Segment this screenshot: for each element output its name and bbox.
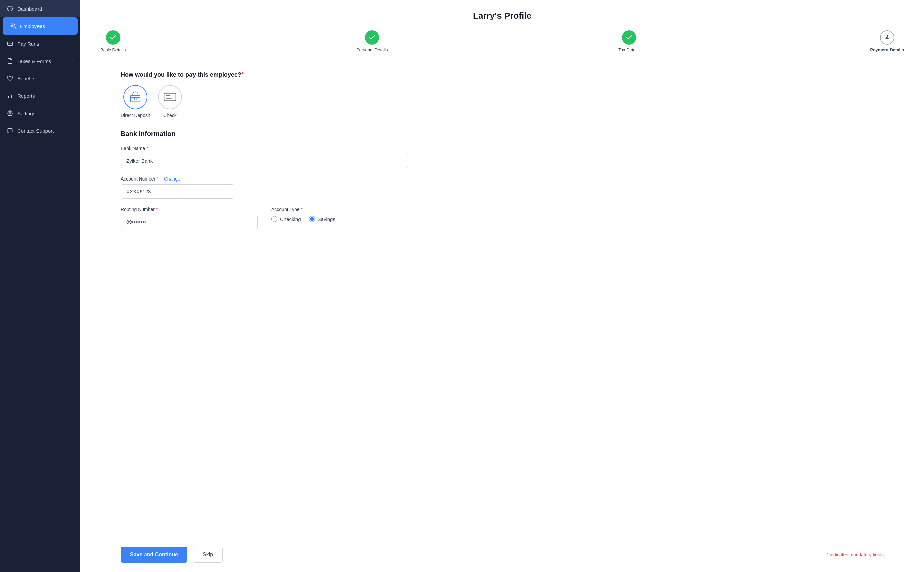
save-continue-button[interactable]: Save and Continue <box>121 547 188 563</box>
sidebar: Dashboard Employees Pay Runs Taxes & For… <box>0 0 81 572</box>
sidebar-item-reports[interactable]: Reports <box>0 87 81 104</box>
step-circle-tax <box>622 31 636 45</box>
svg-rect-2 <box>8 42 13 45</box>
payment-option-direct-deposit[interactable]: $ Direct Deposit <box>121 85 150 118</box>
sidebar-label-dashboard: Dashboard <box>17 6 42 12</box>
checking-label: Checking <box>280 216 301 222</box>
sidebar-item-settings[interactable]: Settings <box>0 104 81 122</box>
pay-runs-icon <box>7 40 13 47</box>
step-personal-details: Personal Details <box>356 31 388 52</box>
check-label: Check <box>163 112 177 118</box>
savings-option[interactable]: Savings <box>309 216 335 222</box>
step-circle-payment: 4 <box>880 31 894 45</box>
account-number-label-row: Account Number* Change <box>121 176 408 182</box>
savings-radio[interactable] <box>309 216 315 222</box>
benefits-icon <box>7 75 13 82</box>
account-number-label: Account Number* <box>121 176 159 182</box>
direct-deposit-circle: $ <box>123 85 147 109</box>
bank-name-group: Bank Name* <box>121 146 408 168</box>
step-label-payment: Payment Details <box>870 47 904 52</box>
support-icon <box>7 127 13 134</box>
step-line-2 <box>391 36 616 37</box>
step-line-1 <box>128 36 353 37</box>
account-number-group: Account Number* Change <box>121 176 408 199</box>
savings-label: Savings <box>318 216 335 222</box>
routing-number-input[interactable] <box>121 214 258 229</box>
routing-account-type-row: Routing Number* Account Type* Checking S… <box>121 207 408 237</box>
step-basic-details: Basic Details <box>101 31 126 52</box>
check-circle <box>158 85 182 109</box>
routing-number-group: Routing Number* <box>121 207 258 229</box>
form-area: How would you like to pay this employee?… <box>81 59 449 250</box>
account-number-input[interactable] <box>121 184 234 199</box>
account-type-label: Account Type* <box>271 207 408 212</box>
sidebar-label-employees: Employees <box>20 23 45 29</box>
bank-name-label: Bank Name* <box>121 146 408 151</box>
change-account-link[interactable]: Change <box>164 176 180 182</box>
account-type-group: Account Type* Checking Savings <box>271 207 408 222</box>
step-line-3 <box>642 36 868 37</box>
skip-button[interactable]: Skip <box>193 547 223 563</box>
sidebar-item-contact-support[interactable]: Contact Support <box>0 122 81 139</box>
svg-point-1 <box>11 24 13 26</box>
payment-question: How would you like to pay this employee?… <box>121 72 408 78</box>
svg-point-7 <box>9 112 11 114</box>
required-star-bank-name: * <box>146 146 148 151</box>
main-content: Larry's Profile Basic Details Personal <box>81 0 924 572</box>
step-label-basic: Basic Details <box>101 47 126 52</box>
reports-icon <box>7 92 13 99</box>
sidebar-item-employees[interactable]: Employees <box>3 17 78 35</box>
routing-number-label: Routing Number* <box>121 207 258 212</box>
required-star-account: * <box>157 176 158 182</box>
dashboard-icon <box>7 5 13 12</box>
sidebar-item-pay-runs[interactable]: Pay Runs <box>0 35 81 52</box>
direct-deposit-label: Direct Deposit <box>121 112 150 118</box>
sidebar-label-settings: Settings <box>17 110 36 116</box>
taxes-chevron-icon: › <box>72 59 74 63</box>
page-header: Larry's Profile Basic Details Personal <box>81 0 924 59</box>
checking-option[interactable]: Checking <box>271 216 301 222</box>
account-type-radio-group: Checking Savings <box>271 216 408 222</box>
sidebar-label-reports: Reports <box>17 93 35 99</box>
mandatory-note: * indicates mandatory fields <box>826 552 884 557</box>
step-label-tax: Tax Details <box>619 47 640 52</box>
sidebar-label-taxes-forms: Taxes & Forms <box>17 58 51 64</box>
sidebar-label-pay-runs: Pay Runs <box>17 41 39 47</box>
footer-buttons: Save and Continue Skip <box>121 547 223 563</box>
payment-option-check[interactable]: Check <box>158 85 182 118</box>
bank-section-title: Bank Information <box>121 130 408 138</box>
form-footer: Save and Continue Skip * indicates manda… <box>81 537 924 572</box>
svg-text:$: $ <box>135 99 136 101</box>
sidebar-item-taxes-forms[interactable]: Taxes & Forms › <box>0 52 81 70</box>
required-star-routing: * <box>156 207 158 212</box>
sidebar-label-contact-support: Contact Support <box>17 128 54 134</box>
sidebar-label-benefits: Benefits <box>17 76 36 81</box>
page-title: Larry's Profile <box>81 11 924 21</box>
step-circle-basic <box>106 31 120 45</box>
step-label-personal: Personal Details <box>356 47 388 52</box>
settings-icon <box>7 110 13 117</box>
step-circle-personal <box>365 31 379 45</box>
step-payment-details: 4 Payment Details <box>870 31 904 52</box>
taxes-icon <box>7 58 13 64</box>
checking-radio[interactable] <box>271 216 277 222</box>
employees-icon <box>9 23 16 30</box>
step-tax-details: Tax Details <box>619 31 640 52</box>
stepper: Basic Details Personal Details Tax D <box>81 31 924 52</box>
payment-options: $ Direct Deposit Check <box>121 85 408 118</box>
sidebar-item-benefits[interactable]: Benefits <box>0 70 81 87</box>
bank-name-input[interactable] <box>121 154 408 168</box>
required-star-payment: * <box>241 72 244 78</box>
sidebar-item-dashboard[interactable]: Dashboard <box>0 0 81 17</box>
required-star-account-type: * <box>301 207 302 212</box>
